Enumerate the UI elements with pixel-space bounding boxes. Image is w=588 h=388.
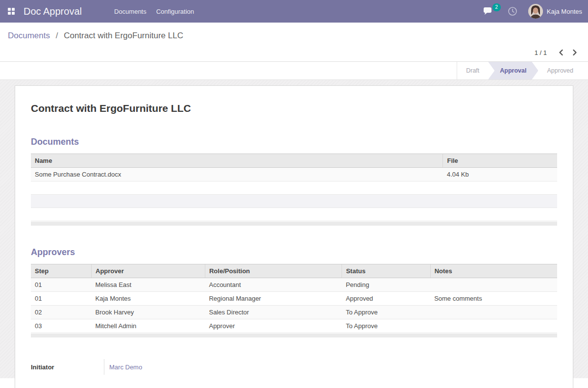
- main-menu: Documents Configuration: [109, 0, 199, 23]
- approvers-table: Step Approver Role/Position Status Notes…: [31, 264, 557, 333]
- pager-next-button[interactable]: [570, 48, 579, 57]
- initiator-link[interactable]: Marc Demo: [109, 363, 142, 371]
- cell-approver: Brook Harvey: [92, 306, 205, 319]
- cell-document-name: Some Purchase Contract.docx: [31, 168, 443, 181]
- column-header-notes[interactable]: Notes: [430, 264, 557, 278]
- cell-approver: Melissa East: [92, 278, 205, 292]
- form-sheet: Contract with ErgoFurniture LLC Document…: [15, 85, 573, 388]
- apps-grid-icon: [8, 8, 15, 15]
- initiator-field: Initiator Marc Demo: [31, 359, 557, 375]
- control-panel: Documents / Contract with ErgoFurniture …: [0, 23, 588, 62]
- cell-notes: [430, 306, 557, 319]
- cell-role: Regional Manager: [205, 292, 342, 306]
- documents-header-row: Name File: [31, 154, 557, 168]
- breadcrumb: Documents / Contract with ErgoFurniture …: [0, 23, 588, 44]
- cell-notes: [430, 278, 557, 292]
- clock-icon: [508, 6, 517, 16]
- approvers-table-footer: [31, 334, 557, 337]
- approvers-section: Approvers Step Approver Role/Position St…: [31, 247, 557, 337]
- top-navbar: Doc Approval Documents Configuration 2: [0, 0, 588, 23]
- record-title: Contract with ErgoFurniture LLC: [31, 103, 557, 114]
- avatar: [528, 4, 543, 19]
- documents-table: Name File Some Purchase Contract.docx 4.…: [31, 154, 557, 221]
- user-menu[interactable]: Kaja Montes: [528, 4, 582, 19]
- initiator-label: Initiator: [31, 363, 104, 371]
- cell-approver: Mitchell Admin: [92, 319, 205, 333]
- column-header-step[interactable]: Step: [31, 264, 92, 278]
- cell-role: Sales Director: [205, 306, 342, 319]
- empty-row: [31, 195, 557, 208]
- document-row[interactable]: Some Purchase Contract.docx 4.04 Kb: [31, 168, 557, 181]
- form-view: Contract with ErgoFurniture LLC Document…: [0, 80, 588, 378]
- status-step-draft[interactable]: Draft: [457, 62, 488, 79]
- approver-row[interactable]: 01 Melissa East Accountant Pending: [31, 278, 557, 292]
- cell-status: To Approve: [342, 319, 430, 333]
- apps-menu-button[interactable]: [0, 0, 23, 23]
- cell-approver: Kaja Montes: [92, 292, 205, 306]
- approvers-section-title: Approvers: [31, 247, 557, 258]
- pager-previous-button[interactable]: [557, 48, 565, 57]
- empty-row: [31, 181, 557, 195]
- chevron-left-icon: [558, 49, 564, 56]
- column-header-name[interactable]: Name: [31, 154, 443, 168]
- cell-step: 03: [31, 319, 92, 333]
- column-header-role[interactable]: Role/Position: [205, 264, 342, 278]
- column-header-status[interactable]: Status: [342, 264, 430, 278]
- status-step-approved[interactable]: Approved: [538, 62, 582, 79]
- pager-value: 1 / 1: [535, 49, 547, 56]
- activities-button[interactable]: [508, 6, 517, 16]
- approver-row[interactable]: 01 Kaja Montes Regional Manager Approved…: [31, 292, 557, 306]
- cell-role: Approver: [205, 319, 342, 333]
- approvers-header-row: Step Approver Role/Position Status Notes: [31, 264, 557, 278]
- chevron-right-icon: [571, 49, 578, 56]
- documents-section-title: Documents: [31, 137, 557, 147]
- cell-notes: [430, 319, 557, 333]
- messages-button[interactable]: 2: [483, 6, 494, 16]
- cell-status: Approved: [342, 292, 430, 306]
- empty-row: [31, 208, 557, 221]
- cell-step: 01: [31, 278, 92, 292]
- cell-document-file-size: 4.04 Kb: [443, 168, 557, 181]
- cell-status: To Approve: [342, 306, 430, 319]
- column-header-file[interactable]: File: [443, 154, 557, 168]
- app-title[interactable]: Doc Approval: [24, 6, 82, 17]
- pager: 1 / 1: [0, 44, 588, 61]
- cell-status: Pending: [342, 278, 430, 292]
- approver-row[interactable]: 03 Mitchell Admin Approver To Approve: [31, 319, 557, 333]
- breadcrumb-current: Contract with ErgoFurniture LLC: [64, 31, 183, 40]
- statusbar: Draft Approval Approved: [457, 62, 588, 79]
- status-step-approval[interactable]: Approval: [488, 62, 538, 79]
- cell-step: 02: [31, 306, 92, 319]
- breadcrumb-parent-link[interactable]: Documents: [8, 31, 50, 40]
- breadcrumb-separator: /: [56, 31, 58, 40]
- documents-table-footer: [31, 222, 557, 226]
- menu-documents[interactable]: Documents: [109, 0, 151, 23]
- menu-configuration[interactable]: Configuration: [151, 0, 199, 23]
- documents-section: Documents Name File Some Purchase Contra…: [31, 137, 557, 226]
- form-statusbar-row: Draft Approval Approved: [0, 62, 588, 80]
- user-name: Kaja Montes: [547, 8, 582, 15]
- cell-notes: Some comments: [430, 292, 557, 306]
- cell-role: Accountant: [205, 278, 342, 292]
- approver-row[interactable]: 02 Brook Harvey Sales Director To Approv…: [31, 306, 557, 319]
- messages-count-badge: 2: [492, 3, 501, 11]
- column-header-approver[interactable]: Approver: [92, 264, 205, 278]
- cell-step: 01: [31, 292, 92, 306]
